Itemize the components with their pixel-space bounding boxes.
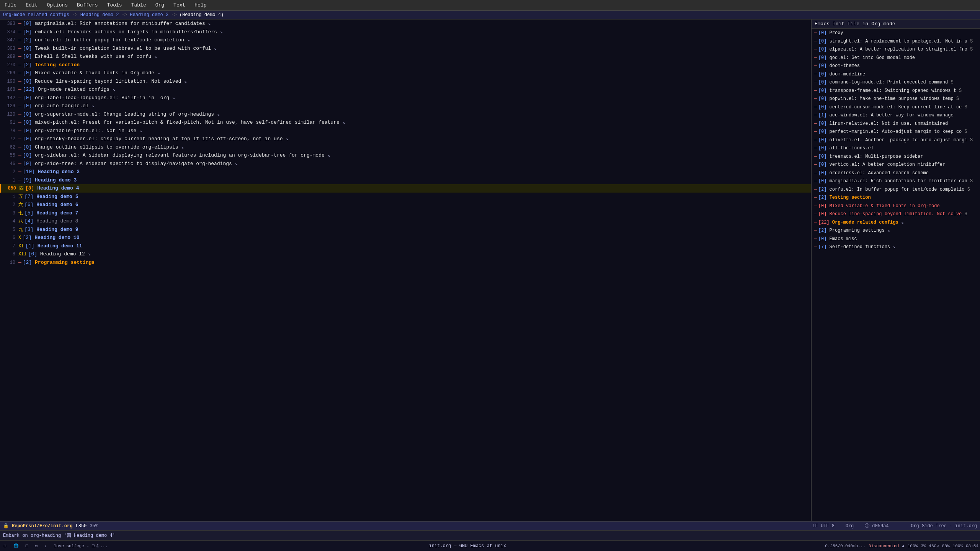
table-row[interactable]: 62 — [0] Change outline ellipsis to over… (0, 143, 811, 152)
menu-options[interactable]: Options (45, 2, 69, 9)
list-item[interactable]: — [1] ace-window.el: A better way for wi… (812, 111, 980, 119)
table-row[interactable]: 303 — [0] Tweak built-in completion Dabb… (0, 44, 811, 53)
list-item[interactable]: — [0] treemacs.el: Multi-purpose sidebar (812, 152, 980, 161)
dash-icon: — (814, 169, 817, 177)
taskbar-icon-browser[interactable]: 🌐 (11, 543, 21, 549)
list-item[interactable]: — [0] olivetti.el: Another package to au… (812, 136, 980, 144)
status-right-label: Org-Side-Tree - init.org (911, 523, 977, 529)
list-item[interactable]: — [0] centered-cursor-mode.el: Keep curr… (812, 103, 980, 111)
table-row[interactable]: 78 — [0] org-variable-pitch.el:. Not in … (0, 127, 811, 135)
left-pane[interactable]: 393 — [0] marginalia.el: Rich annotation… (0, 20, 812, 521)
dash-icon: — (18, 69, 21, 77)
status-position: L850 (75, 523, 87, 529)
table-row-current[interactable]: 850 四 [8] Heading demo 4 (0, 184, 811, 193)
dash-icon: — (18, 53, 21, 60)
taskbar-icon-terminal[interactable]: □ (23, 543, 31, 549)
table-row[interactable]: 6 X [2] Heading demo 10 (0, 234, 811, 242)
list-item[interactable]: — [0] doom-themes (812, 62, 980, 70)
list-item[interactable]: — [0] linum-relative.el: Not in use, unm… (812, 119, 980, 128)
table-row[interactable]: 4 八 [4] Heading demo 8 (0, 217, 811, 226)
menu-file[interactable]: File (3, 2, 18, 9)
table-row[interactable]: 269 — [0] Mixed variable & fixed Fonts i… (0, 69, 811, 77)
taskbar-mem-pct: 88% (942, 544, 950, 548)
table-row[interactable]: 347 — [2] corfu.el: In buffer popup for … (0, 36, 811, 44)
dash-icon: — (18, 160, 21, 168)
list-item[interactable]: — [0] doom-modeline (812, 70, 980, 78)
table-row[interactable]: 289 — [0] Eshell & Shell tweaks with use… (0, 52, 811, 61)
taskbar-icon-apps[interactable]: ⊞ (2, 543, 9, 549)
dash-icon: — (814, 70, 817, 78)
list-item[interactable]: — [0] marginalia.el: Rich annotations fo… (812, 177, 980, 185)
menu-org[interactable]: Org (154, 2, 166, 9)
table-row[interactable]: 10 — [2] Programming settings (0, 258, 811, 267)
list-item[interactable]: — [0] command-log-mode.el: Print execute… (812, 78, 980, 87)
table-row[interactable]: 2 — [10] Heading demo 2 (0, 168, 811, 176)
dash-icon: — (814, 62, 817, 70)
list-item[interactable]: — [0] transpose-frame.el: Switching open… (812, 87, 980, 95)
table-row[interactable]: 2 六 [6] Heading demo 6 (0, 201, 811, 209)
table-row[interactable]: 168 — [22] Org-mode related configs ↘ (0, 85, 811, 94)
table-row[interactable]: 190 — [0] Reduce line-spacing beyond lim… (0, 77, 811, 86)
list-item[interactable]: — [0] elpaca.el: A better replication to… (812, 45, 980, 54)
left-content: 393 — [0] marginalia.el: Rich annotation… (0, 20, 811, 267)
list-item[interactable]: — [0] popwin.el: Make one-time purpose w… (812, 95, 980, 103)
dash-icon: — (18, 168, 21, 176)
list-item[interactable]: — [0] god.el: Get into God modal mode (812, 54, 980, 62)
list-item[interactable]: — [2] Testing section (812, 193, 980, 202)
menu-tools[interactable]: Tools (106, 2, 124, 9)
menu-help[interactable]: Help (193, 2, 208, 9)
list-item[interactable]: — [2] Programming settings ↘ (812, 226, 980, 235)
list-item[interactable]: — [0] Emacs misc (812, 235, 980, 243)
table-row[interactable]: 374 — [0] embark.el: Provides actions on… (0, 28, 811, 36)
list-item[interactable]: — [7] Self-defined functions ↘ (812, 243, 980, 251)
dash-icon: — (814, 128, 817, 136)
table-row[interactable]: 72 — [0] org-sticky-header.el: Display c… (0, 135, 811, 143)
menu-table[interactable]: Table (130, 2, 148, 9)
dash-icon: — (814, 38, 817, 45)
taskbar-pct2: 100% (953, 544, 963, 548)
taskbar-right: 0.256/0.040mb... Disconnected ▲ 100% 3% … (825, 544, 978, 548)
table-row[interactable]: 7 XI [1] Heading demo 11 (0, 242, 811, 250)
table-row[interactable]: 8 XII [0] Heading demo 12 ↘ (0, 250, 811, 258)
table-row[interactable]: 3 七 [5] Heading demo 7 (0, 209, 811, 217)
list-item[interactable]: — [22] Org-mode related configs ↘ (812, 218, 980, 227)
menubar: File Edit Options Buffers Tools Table Or… (0, 0, 980, 11)
table-row[interactable]: 5 九 [3] Heading demo 9 (0, 226, 811, 234)
menu-text[interactable]: Text (172, 2, 187, 9)
list-item[interactable]: — [0] perfect-margin.el: Auto-adjust mar… (812, 128, 980, 136)
table-row[interactable]: 46 — [0] org-side-tree: A sidebar specif… (0, 160, 811, 168)
list-item[interactable]: — [0] Proxy (812, 29, 980, 37)
dash-icon: — (18, 45, 21, 52)
status-file: RepoPrsnl/E/e/init.org (12, 523, 72, 529)
list-item[interactable]: — [0] orderless.el: Advanced search sche… (812, 169, 980, 177)
list-item[interactable]: — [0] Mixed variable & fixed Fonts in Or… (812, 202, 980, 210)
table-row[interactable]: 393 — [0] marginalia.el: Rich annotation… (0, 20, 811, 28)
kanji-icon: 九 (18, 226, 23, 233)
table-row[interactable]: 129 — [0] org-auto-tangle.el ↘ (0, 102, 811, 110)
taskbar-icon-music[interactable]: ♪ (42, 543, 49, 549)
right-pane[interactable]: Emacs Init File in Org-mode — [0] Proxy … (812, 20, 980, 521)
table-row[interactable]: 91 — [0] mixed-pitch.el: Preset for vari… (0, 118, 811, 127)
dash-icon: — (814, 194, 817, 201)
dash-icon: — (814, 136, 817, 144)
list-item[interactable]: — [0] straight.el: A replacement to pack… (812, 37, 980, 46)
menu-edit[interactable]: Edit (24, 2, 39, 9)
table-row[interactable]: 1 五 [7] Heading demo 5 (0, 193, 811, 201)
status-percent: 35% (90, 523, 98, 529)
kanji-icon: 六 (18, 201, 23, 208)
list-item[interactable]: — [0] Reduce line-spacing beyond limitat… (812, 210, 980, 218)
table-row[interactable]: 120 — [0] org-superstar-mode.el: Change … (0, 110, 811, 119)
table-row[interactable]: 142 — [0] org-label-load-languages.el: B… (0, 94, 811, 102)
list-item[interactable]: — [2] corfu.el: In buffer popup for text… (812, 185, 980, 194)
dash-icon: — (18, 86, 21, 93)
kanji-icon: 四 (19, 185, 24, 192)
table-row[interactable]: 270 — [2] Testing section (0, 61, 811, 69)
menu-buffers[interactable]: Buffers (75, 2, 100, 9)
list-item[interactable]: — [0] vertico.el: A better completion mi… (812, 160, 980, 169)
list-item[interactable]: — [0] all-the-icons.el (812, 144, 980, 152)
kanji-icon: XII (18, 251, 27, 258)
taskbar-icon-mail[interactable]: ✉ (33, 543, 40, 549)
dash-icon: — (814, 177, 817, 185)
table-row[interactable]: 1 — [9] Heading demo 3 (0, 176, 811, 185)
table-row[interactable]: 55 — [0] org-sidebar.el: A sidebar displ… (0, 151, 811, 160)
